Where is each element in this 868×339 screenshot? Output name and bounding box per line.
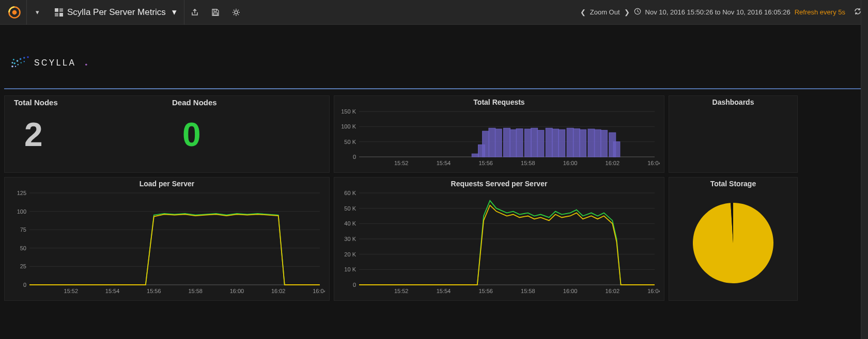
svg-rect-49: [546, 128, 552, 157]
svg-text:15:58: 15:58: [521, 160, 535, 166]
svg-point-18: [12, 62, 13, 63]
svg-text:150 K: 150 K: [341, 108, 356, 115]
svg-text:100: 100: [17, 208, 26, 215]
svg-rect-43: [504, 128, 510, 157]
svg-text:15:54: 15:54: [437, 288, 451, 294]
panel-dashboards[interactable]: Dashboards: [669, 95, 798, 173]
svg-text:16:02: 16:02: [606, 288, 620, 294]
svg-text:16:00: 16:00: [563, 160, 578, 166]
svg-rect-50: [552, 129, 559, 157]
panel-node-stats: Total Nodes 2 Dead Nodes 0: [4, 95, 330, 173]
svg-text:0: 0: [353, 282, 356, 288]
load-per-server-chart[interactable]: 025507510012515:5215:5415:5615:5816:0016…: [9, 190, 325, 296]
svg-rect-53: [573, 128, 580, 157]
dead-nodes-label: Dead Nodes: [172, 98, 217, 107]
svg-point-16: [21, 62, 22, 63]
svg-text:40 K: 40 K: [344, 220, 356, 227]
total-nodes-value: 2: [24, 118, 43, 151]
time-back-button[interactable]: ❮: [580, 8, 586, 16]
svg-point-12: [23, 57, 25, 59]
gear-icon: [232, 8, 240, 17]
svg-text:100 K: 100 K: [341, 123, 356, 130]
svg-text:15:56: 15:56: [147, 288, 161, 294]
panel-title: Total Storage: [673, 180, 793, 188]
chevron-down-icon: ▾: [172, 7, 177, 18]
svg-text:16:02: 16:02: [606, 160, 620, 166]
svg-point-19: [13, 59, 14, 60]
svg-rect-57: [600, 130, 607, 157]
svg-point-13: [27, 56, 29, 58]
svg-text:15:58: 15:58: [521, 288, 535, 294]
svg-text:15:54: 15:54: [105, 288, 120, 294]
svg-point-17: [24, 61, 25, 62]
grafana-logo-button[interactable]: [2, 0, 27, 25]
svg-rect-5: [59, 13, 63, 17]
panel-requests-served[interactable]: Requests Served per Server 010 K20 K30 K…: [334, 177, 664, 301]
svg-rect-47: [531, 128, 538, 157]
svg-text:30 K: 30 K: [344, 236, 356, 242]
time-range-picker[interactable]: Nov 10, 2016 15:50:26 to Nov 10, 2016 16…: [645, 8, 791, 16]
requests-served-chart[interactable]: 010 K20 K30 K40 K50 K60 K15:5215:5415:56…: [338, 190, 660, 296]
svg-rect-4: [55, 13, 58, 17]
settings-button[interactable]: [226, 0, 246, 25]
svg-rect-46: [524, 129, 531, 157]
svg-text:15:54: 15:54: [437, 160, 451, 166]
dashboard-title: Scylla Per Server Metrics: [67, 7, 166, 18]
svg-rect-3: [59, 8, 63, 12]
svg-point-6: [235, 11, 238, 14]
share-icon: [191, 8, 199, 17]
save-button[interactable]: [205, 0, 226, 25]
svg-text:20 K: 20 K: [344, 251, 356, 257]
svg-text:15:52: 15:52: [394, 288, 409, 294]
svg-text:25: 25: [20, 263, 26, 269]
panel-load-per-server[interactable]: Load per Server 025507510012515:5215:541…: [4, 177, 330, 301]
dashboard-picker[interactable]: Scylla Per Server Metrics ▾: [48, 0, 184, 25]
refresh-interval-picker[interactable]: Refresh every 5s: [795, 8, 845, 16]
dead-nodes-value: 0: [182, 118, 201, 151]
svg-text:15:52: 15:52: [64, 288, 79, 294]
svg-text:16:00: 16:00: [230, 288, 244, 294]
total-requests-chart[interactable]: 050 K100 K150 K15:5215:5415:5615:5816:00…: [338, 108, 660, 168]
svg-text:50: 50: [20, 245, 26, 251]
share-button[interactable]: [184, 0, 205, 25]
scylla-logo-row: SCYLLA: [4, 29, 864, 86]
panel-total-storage[interactable]: Total Storage: [669, 177, 798, 301]
top-nav: ▾ Scylla Per Server Metrics ▾ ❮ Zoom Out…: [0, 0, 868, 25]
svg-point-11: [20, 58, 22, 60]
svg-point-15: [18, 64, 19, 65]
svg-rect-2: [55, 8, 58, 12]
svg-text:50 K: 50 K: [344, 205, 356, 212]
svg-rect-45: [516, 128, 523, 157]
brand-caret[interactable]: ▾: [27, 0, 48, 25]
panel-title: Dashboards: [673, 98, 793, 106]
svg-rect-54: [580, 130, 586, 157]
svg-rect-41: [489, 128, 495, 157]
svg-point-21: [85, 63, 87, 66]
svg-rect-40: [483, 131, 489, 157]
svg-text:0: 0: [353, 154, 356, 160]
vertical-scrollbar[interactable]: [861, 0, 868, 339]
svg-text:16:00: 16:00: [563, 288, 578, 294]
panel-title: Total Requests: [338, 98, 660, 106]
svg-text:15:52: 15:52: [394, 160, 409, 166]
svg-rect-42: [495, 129, 502, 157]
svg-rect-52: [567, 128, 574, 157]
svg-text:16:04: 16:04: [647, 160, 660, 166]
total-storage-pie[interactable]: [689, 199, 777, 287]
svg-rect-59: [613, 142, 620, 157]
svg-text:SCYLLA: SCYLLA: [34, 58, 76, 67]
svg-text:16:04: 16:04: [313, 288, 325, 294]
panel-total-requests[interactable]: Total Requests 050 K100 K150 K15:5215:54…: [334, 95, 664, 173]
svg-point-9: [13, 62, 16, 64]
svg-rect-44: [510, 130, 517, 157]
svg-text:10 K: 10 K: [344, 266, 356, 272]
time-forward-button[interactable]: ❯: [624, 8, 630, 16]
svg-text:15:56: 15:56: [478, 160, 493, 166]
total-nodes-label: Total Nodes: [14, 98, 58, 107]
svg-rect-38: [472, 154, 478, 157]
scylla-logo: SCYLLA: [6, 41, 99, 77]
svg-text:125: 125: [17, 190, 26, 196]
clock-icon: [634, 8, 641, 17]
dashboard-body: SCYLLA Total Nodes 2 Dead Nodes 0 Total …: [0, 25, 868, 309]
zoom-out-button[interactable]: Zoom Out: [590, 8, 620, 16]
